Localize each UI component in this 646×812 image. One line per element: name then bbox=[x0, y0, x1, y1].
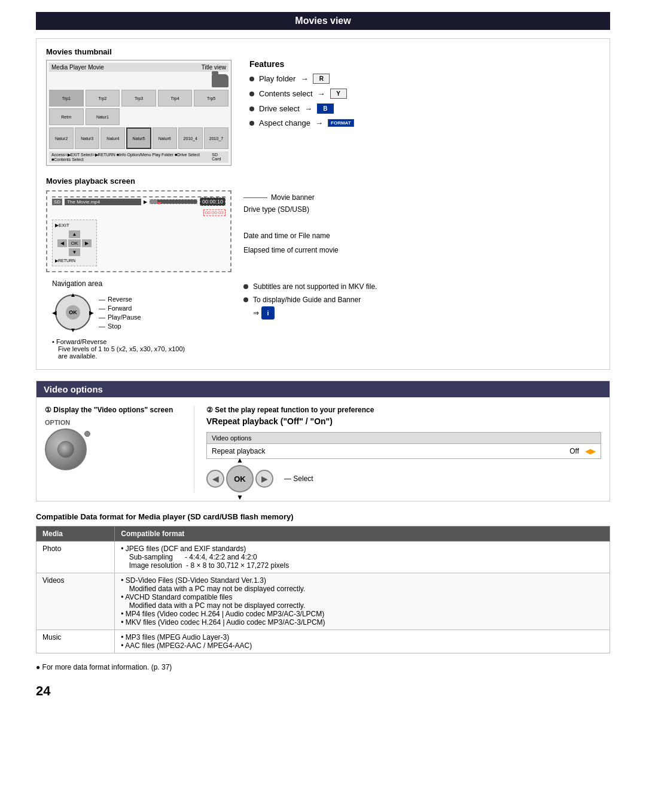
movie-banner-text: Movie banner bbox=[271, 193, 315, 202]
nav-circle-diagram: OK ▲ ▼ ◀ ▶ bbox=[52, 291, 94, 333]
annotation-elapsed: Elapsed time of current movie bbox=[243, 246, 600, 254]
features-list: Play folder → R Contents select → Y Driv… bbox=[249, 74, 600, 127]
arrow-icon: → bbox=[300, 74, 308, 83]
thumb-item: Trp1 bbox=[49, 90, 84, 107]
vo-step1-label: ① Display the "Video options" screen bbox=[45, 406, 182, 414]
playback-screen: SD The Movie.mp4 ▶ 00:00:10 00:00:03 bbox=[46, 190, 231, 272]
thumb-item: Natur5 bbox=[126, 127, 151, 149]
annotation-drive-type: Drive type (SD/USB) bbox=[243, 205, 600, 214]
thumb-item: 2010_7 bbox=[204, 127, 228, 149]
right-arrow-button[interactable]: ▶ bbox=[255, 470, 273, 488]
bullet-icon bbox=[243, 284, 248, 289]
feature-item-contents-select: Contents select → Y bbox=[249, 89, 600, 99]
thumb-item: Natur2 bbox=[49, 127, 74, 149]
down-arrow-button[interactable]: ▼ bbox=[236, 493, 243, 501]
option-button-diagram bbox=[45, 428, 93, 476]
playback-section: Movies playback screen SD The Movie.mp4 … bbox=[46, 177, 600, 272]
thumb-item: Natur6 bbox=[153, 127, 177, 149]
subtitles-note: Subtitles are not supported in MKV file. bbox=[243, 282, 600, 291]
elapsed-text: Elapsed time of current movie bbox=[243, 246, 339, 254]
option-text-label: OPTION bbox=[45, 419, 182, 426]
footer-note: ● For more data format information. (p. … bbox=[36, 663, 610, 671]
repeat-playback-label: VRepeat playback ("Off" / "On") bbox=[206, 416, 601, 426]
annotation-date-time: Date and time or File name bbox=[243, 232, 600, 240]
feature-text: Aspect change bbox=[259, 118, 310, 127]
compat-table: Media Compatible format Photo • JPEG fil… bbox=[36, 526, 610, 653]
folder-icon bbox=[212, 74, 228, 87]
table-row: Music • MP3 files (MPEG Audio Layer-3) •… bbox=[36, 630, 610, 653]
movies-view-container: Movies thumbnail Media Player Movie Titl… bbox=[36, 38, 610, 370]
media-photo: Photo bbox=[36, 542, 115, 573]
bullet-icon bbox=[249, 107, 254, 111]
b-icon: B bbox=[317, 104, 334, 114]
bullet-icon bbox=[249, 121, 254, 126]
media-header: Media bbox=[36, 527, 115, 542]
play-pause-label: Play/Pause bbox=[108, 314, 141, 321]
nav-desc-section: Navigation area OK ▲ ▼ ◀ ▶ — Reverse bbox=[46, 279, 600, 360]
thumb-item: Natur1 bbox=[86, 108, 120, 125]
movies-view-title: Movies view bbox=[295, 16, 351, 26]
feature-item-play-folder: Play folder → R bbox=[249, 74, 600, 84]
playback-layout: SD The Movie.mp4 ▶ 00:00:10 00:00:03 bbox=[46, 190, 600, 272]
vo-menu-row: Repeat playback Off ◀▶ bbox=[207, 444, 601, 458]
nav-desc-left: Navigation area OK ▲ ▼ ◀ ▶ — Reverse bbox=[46, 279, 231, 360]
format-photo: • JPEG files (DCF and EXIF standards) Su… bbox=[115, 542, 610, 573]
reverse-label: Reverse bbox=[108, 296, 132, 303]
playback-label: Movies playback screen bbox=[46, 177, 600, 185]
y-icon: Y bbox=[330, 89, 347, 99]
nav-area-box: ▶EXIT ▲ ◀ OK ▶ ▼ ▶RETURN bbox=[52, 220, 97, 266]
features-right: Features Play folder → R Contents select… bbox=[249, 47, 600, 166]
vo-step1: ① Display the "Video options" screen OPT… bbox=[45, 406, 194, 492]
annotation-movie-banner: Movie banner bbox=[243, 193, 600, 202]
nav-desc-right: Subtitles are not supported in MKV file.… bbox=[243, 279, 600, 360]
left-arrow-button[interactable]: ◀ bbox=[206, 470, 224, 488]
thumb-grid-row1: Trp1 Trp2 Trp3 Trp4 Trp5 Retrn Natur1 bbox=[49, 90, 228, 125]
format-icon: FORMAT bbox=[328, 119, 354, 127]
arrow-icon: → bbox=[318, 89, 325, 98]
select-label-text: — Select bbox=[284, 475, 313, 483]
vo-step2: ② Set the play repeat function to your p… bbox=[194, 406, 601, 492]
table-row: Videos • SD-Video Files (SD-Video Standa… bbox=[36, 573, 610, 630]
arrow-icon: → bbox=[315, 118, 323, 127]
thumb-header-right: Title view bbox=[202, 64, 226, 71]
subtitles-text: Subtitles are not supported in MKV file. bbox=[253, 282, 377, 291]
thumbnail-left: Movies thumbnail Media Player Movie Titl… bbox=[46, 47, 231, 166]
thumb-grid-row2: Natur2 Natur3 Natur4 Natur5 Natur6 2010_… bbox=[49, 127, 228, 149]
info-icon: i bbox=[261, 306, 275, 320]
thumb-item: Trp4 bbox=[158, 90, 193, 107]
video-options-body: ① Display the "Video options" screen OPT… bbox=[36, 397, 610, 501]
nav-row: ◀ OK ▲ ▼ ▶ bbox=[206, 465, 273, 492]
format-header: Compatible format bbox=[115, 527, 610, 542]
nav-labels-list: — Reverse — Forward — Play/Pause — Stop bbox=[99, 296, 141, 330]
date-time-text: Date and time or File name bbox=[243, 232, 330, 240]
thumb-item: 2010_4 bbox=[178, 127, 203, 149]
feature-item-aspect-change: Aspect change → FORMAT bbox=[249, 118, 600, 127]
forward-reverse-note: • Forward/Reverse Five levels of 1 to 5 … bbox=[52, 338, 231, 360]
r-icon: R bbox=[313, 74, 330, 84]
ok-button[interactable]: OK bbox=[226, 465, 254, 492]
video-options-section: Video options ① Display the "Video optio… bbox=[36, 381, 610, 501]
repeat-playback-row-value: Off bbox=[569, 447, 579, 455]
repeat-playback-row-arrow: ◀▶ bbox=[585, 447, 596, 455]
feature-text: Contents select bbox=[259, 89, 313, 98]
arrow-right-icon: ⇒ bbox=[253, 309, 259, 317]
thumbnail-label: Movies thumbnail bbox=[46, 47, 231, 56]
thumb-item: Trp5 bbox=[194, 90, 228, 107]
repeat-playback-row-label: Repeat playback bbox=[212, 447, 265, 455]
thumb-item: Natur3 bbox=[75, 127, 99, 149]
video-options-header: Video options bbox=[36, 381, 610, 397]
stop-label: Stop bbox=[108, 323, 121, 330]
bullet-icon bbox=[243, 297, 248, 302]
feature-text: Drive select bbox=[259, 104, 300, 113]
thumb-header-bar: Media Player Movie Title view bbox=[49, 63, 228, 72]
thumb-item: Retrn bbox=[49, 108, 84, 125]
thumb-item: Natur4 bbox=[100, 127, 125, 149]
nav-area-label: Navigation area bbox=[52, 279, 231, 288]
feature-item-drive-select: Drive select → B bbox=[249, 104, 600, 114]
feature-text: Play folder bbox=[259, 74, 295, 83]
playback-right: Movie banner Drive type (SD/USB) Date an… bbox=[243, 190, 600, 272]
up-arrow-button[interactable]: ▲ bbox=[236, 456, 243, 464]
footer-note-text: ● For more data format information. (p. … bbox=[36, 663, 172, 671]
page-number: 24 bbox=[36, 683, 610, 699]
guide-banner-text: To display/hide Guide and Banner bbox=[253, 296, 361, 304]
